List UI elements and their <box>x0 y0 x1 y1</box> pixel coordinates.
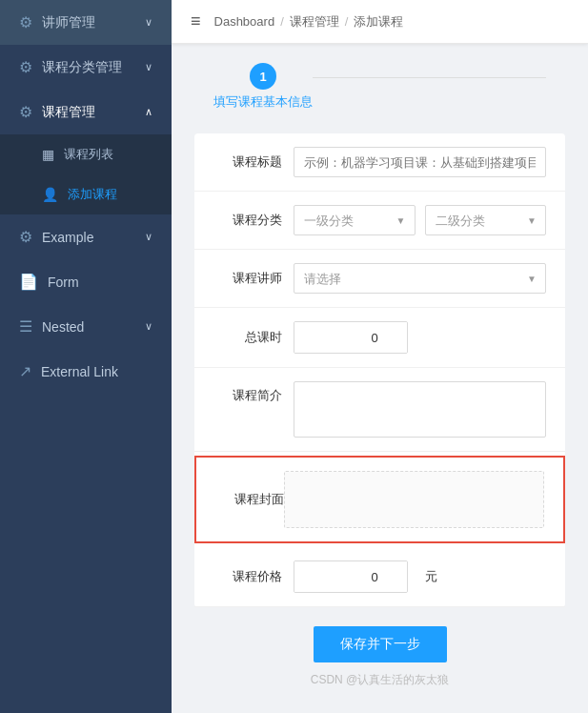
select-category1-wrapper: 一级分类 ▼ <box>294 205 416 235</box>
sidebar-label-form: Form <box>48 275 79 290</box>
step-1-circle: 1 <box>250 63 276 90</box>
breadcrumb-sep-1: / <box>280 14 284 29</box>
breadcrumb-sep-2: / <box>345 14 349 29</box>
external-link-icon: ↗ <box>19 362 31 380</box>
form-row-teacher: 课程讲师 请选择 ▼ <box>194 250 565 308</box>
chevron-kecheng: ∧ <box>145 106 152 118</box>
add-course-icon: 👤 <box>42 187 58 202</box>
step-line <box>313 77 546 78</box>
step-indicator: 1 填写课程基本信息 <box>194 63 565 111</box>
sidebar-item-fenlei[interactable]: ⚙ 课程分类管理 ∨ <box>0 45 172 90</box>
main-content: ≡ Dashboard / 课程管理 / 添加课程 1 填写课程基本信息 课程标… <box>172 0 588 713</box>
select-teacher[interactable]: 请选择 <box>294 263 546 294</box>
breadcrumb-dashboard: Dashboard <box>214 14 275 29</box>
chevron-nested: ∨ <box>145 320 152 333</box>
grid-icon: ▦ <box>42 147 54 162</box>
breadcrumb-current: 添加课程 <box>354 13 403 31</box>
gear-icon-example: ⚙ <box>19 228 32 246</box>
sidebar-sub-kecheng: ▦ 课程列表 👤 添加课程 <box>0 134 172 214</box>
sidebar-label-add-course: 添加课程 <box>68 186 117 203</box>
form-row-intro: 课程简介 <box>194 368 565 452</box>
label-price: 课程价格 <box>213 568 282 585</box>
label-cover: 课程封面 <box>215 491 284 508</box>
price-input-group: ▲ ▼ <box>294 560 408 593</box>
gear-icon-kecheng: ⚙ <box>19 103 32 121</box>
form-row-price: 课程价格 ▲ ▼ 元 <box>194 547 565 607</box>
hamburger-icon[interactable]: ≡ <box>191 11 201 31</box>
price-unit: 元 <box>425 568 437 585</box>
sidebar-item-course-list[interactable]: ▦ 课程列表 <box>0 134 172 174</box>
select-category2-wrapper: 二级分类 ▼ <box>425 205 547 235</box>
select-category2[interactable]: 二级分类 <box>425 205 547 235</box>
hours-input-group: ▲ ▼ <box>294 321 408 354</box>
form-section: 课程标题 课程分类 一级分类 ▼ 二级分类 <box>194 133 565 607</box>
sidebar-label-course-list: 课程列表 <box>64 146 113 163</box>
sidebar-label-nested: Nested <box>42 319 84 335</box>
label-title: 课程标题 <box>213 153 282 171</box>
sidebar-label-kecheng: 课程管理 <box>42 104 95 121</box>
sidebar-item-jiangshi[interactable]: ⚙ 讲师管理 ∨ <box>0 0 172 45</box>
sidebar-item-kecheng[interactable]: ⚙ 课程管理 ∧ <box>0 90 172 134</box>
input-intro[interactable] <box>294 381 546 438</box>
label-intro: 课程简介 <box>213 381 282 404</box>
form-row-title: 课程标题 <box>194 133 565 192</box>
step-1-label: 填写课程基本信息 <box>213 93 313 111</box>
list-icon: ☰ <box>19 317 32 336</box>
input-hours[interactable] <box>294 322 408 353</box>
breadcrumb-kecheng: 课程管理 <box>290 13 339 31</box>
sidebar-label-jiangshi: 讲师管理 <box>42 14 95 31</box>
sidebar-item-example[interactable]: ⚙ Example ∨ <box>0 214 172 259</box>
sidebar: ⚙ 讲师管理 ∨ ⚙ 课程分类管理 ∨ ⚙ 课程管理 ∧ ▦ 课程列表 👤 添加… <box>0 0 172 713</box>
step-1-wrapper: 1 填写课程基本信息 <box>213 63 313 111</box>
form-row-hours: 总课时 ▲ ▼ <box>194 308 565 368</box>
content-area: 1 填写课程基本信息 课程标题 课程分类 一级分类 ▼ <box>172 44 588 713</box>
label-category: 课程分类 <box>213 212 282 229</box>
doc-icon: 📄 <box>19 273 38 291</box>
chevron-fenlei: ∨ <box>145 61 152 73</box>
select-teacher-wrapper: 请选择 ▼ <box>294 263 546 294</box>
sidebar-item-nested[interactable]: ☰ Nested ∨ <box>0 304 172 349</box>
gear-icon-jiangshi: ⚙ <box>19 13 32 31</box>
sidebar-label-example: Example <box>42 230 93 245</box>
sidebar-item-add-course[interactable]: 👤 添加课程 <box>0 174 172 214</box>
input-price[interactable] <box>294 561 408 592</box>
cover-upload-area[interactable] <box>284 471 544 528</box>
label-teacher: 课程讲师 <box>213 270 282 287</box>
label-hours: 总课时 <box>213 329 282 346</box>
header: ≡ Dashboard / 课程管理 / 添加课程 <box>172 0 588 44</box>
category-selects: 一级分类 ▼ 二级分类 ▼ <box>294 205 546 235</box>
sidebar-label-fenlei: 课程分类管理 <box>42 59 122 76</box>
input-title[interactable] <box>294 147 546 177</box>
form-row-cover: 课程封面 <box>194 456 565 543</box>
watermark: CSDN @认真生活的灰太狼 <box>194 672 565 694</box>
sidebar-label-external: External Link <box>41 364 118 379</box>
sidebar-item-form[interactable]: 📄 Form <box>0 259 172 304</box>
footer-row: 保存并下一步 <box>194 607 565 672</box>
select-category1[interactable]: 一级分类 <box>294 205 416 235</box>
chevron-jiangshi: ∨ <box>145 16 152 29</box>
gear-icon-fenlei: ⚙ <box>19 58 32 76</box>
form-row-category: 课程分类 一级分类 ▼ 二级分类 ▼ <box>194 192 565 250</box>
save-next-button[interactable]: 保存并下一步 <box>314 626 447 662</box>
chevron-example: ∨ <box>145 231 152 243</box>
sidebar-item-external[interactable]: ↗ External Link <box>0 349 172 394</box>
